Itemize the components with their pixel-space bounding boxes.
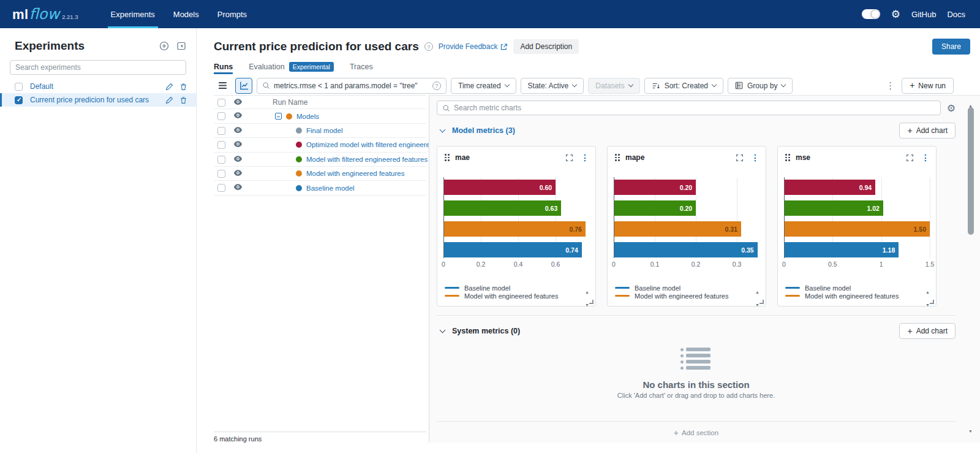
filter-help-icon[interactable] [432, 82, 441, 90]
filter-sort-created[interactable]: Sort: Created [644, 78, 723, 94]
expand-chart-button[interactable] [906, 154, 914, 162]
collapse-group-icon[interactable] [275, 113, 282, 120]
run-name-link[interactable]: Model with filtered engineered features [306, 156, 428, 163]
settings-gear-icon[interactable] [891, 8, 900, 21]
visibility-eye-button[interactable] [233, 140, 243, 148]
run-group-name-link[interactable]: Models [296, 113, 319, 120]
tab-traces[interactable]: Traces [350, 60, 373, 74]
legend-item[interactable]: Baseline model [445, 284, 558, 292]
plus-icon [674, 428, 679, 437]
nav-tab-models[interactable]: Models [164, 0, 208, 28]
visibility-eye-button[interactable] [233, 169, 243, 177]
run-filter-input[interactable] [274, 82, 429, 90]
chart-kebab-menu[interactable] [751, 153, 760, 162]
add-chart-button[interactable]: Add chart [899, 323, 956, 339]
legend-scroll-up-icon[interactable] [585, 285, 589, 296]
section-title[interactable]: Model metrics (3) [452, 126, 515, 135]
chart-resize-handle[interactable] [930, 300, 934, 304]
collapse-section-icon[interactable] [440, 327, 446, 333]
chart-settings-gear-icon[interactable] [947, 102, 956, 114]
edit-pencil-button[interactable] [165, 96, 173, 104]
filter-time-created[interactable]: Time created [451, 78, 516, 94]
visibility-eye-button[interactable] [233, 98, 243, 105]
chart-kebab-menu[interactable] [581, 153, 589, 162]
tab-runs[interactable]: Runs [214, 60, 233, 74]
legend-swatch [785, 287, 800, 289]
section-title[interactable]: System metrics (0) [452, 327, 520, 335]
experiment-checkbox[interactable] [15, 83, 23, 91]
experiment-search-input[interactable] [10, 60, 186, 75]
scroll-down-icon[interactable] [968, 424, 973, 435]
delete-trash-button[interactable] [179, 96, 187, 104]
run-checkbox[interactable] [217, 112, 225, 120]
toolbar-kebab-menu[interactable] [883, 80, 897, 91]
experiment-list-item[interactable]: Default [0, 80, 196, 93]
legend-scroll-down-icon[interactable] [755, 298, 760, 309]
legend-scroll-down-icon[interactable] [925, 298, 930, 309]
experiment-list-item[interactable]: Current price predicion for used cars [0, 93, 196, 107]
chart-resize-handle[interactable] [760, 300, 764, 304]
legend-scroll-up-icon[interactable] [925, 285, 930, 296]
filter-state-active[interactable]: State: Active [521, 78, 584, 94]
drag-handle[interactable] [615, 154, 620, 161]
run-checkbox[interactable] [217, 141, 225, 149]
tab-label: Runs [214, 63, 233, 71]
chart-view-button[interactable] [235, 78, 252, 94]
github-link[interactable]: GitHub [911, 10, 936, 19]
run-checkbox[interactable] [217, 99, 225, 107]
expand-chart-button[interactable] [565, 154, 573, 162]
visibility-eye-button[interactable] [233, 112, 243, 119]
list-view-button[interactable] [214, 78, 231, 94]
visibility-eye-button[interactable] [233, 183, 243, 191]
bar-model-with-filtered-engineered-features: 1.02 [785, 200, 883, 216]
experiment-checkbox[interactable] [15, 96, 23, 104]
theme-toggle[interactable] [862, 9, 880, 19]
drag-handle[interactable] [445, 154, 450, 161]
provide-feedback-link[interactable]: Provide Feedback [439, 42, 508, 51]
collapse-sidebar-icon[interactable] [176, 41, 186, 51]
legend-scroll-up-icon[interactable] [755, 285, 760, 296]
legend-item[interactable]: Baseline model [615, 284, 728, 292]
add-section-button[interactable]: Add section [437, 428, 956, 437]
new-experiment-icon[interactable] [159, 41, 169, 51]
run-checkbox[interactable] [217, 170, 225, 178]
share-button[interactable]: Share [932, 39, 970, 55]
new-run-button[interactable]: New run [902, 78, 954, 94]
experiment-info-icon[interactable] [424, 42, 433, 51]
run-name-link[interactable]: Final model [306, 127, 342, 134]
run-checkbox[interactable] [217, 184, 225, 192]
chart-kebab-menu[interactable] [921, 153, 930, 162]
filter-group-by[interactable]: Group by [728, 78, 793, 94]
legend-item[interactable]: Model with engineered features [615, 292, 728, 300]
drag-handle[interactable] [785, 154, 790, 161]
mlflow-logo[interactable]: mlflow 2.21.3 [12, 6, 78, 23]
experiment-name-link[interactable]: Default [30, 82, 160, 91]
add-chart-button[interactable]: Add chart [899, 123, 956, 139]
nav-tab-prompts[interactable]: Prompts [208, 0, 256, 28]
docs-link[interactable]: Docs [947, 10, 965, 19]
charts-scrollbar[interactable] [967, 99, 975, 435]
chart-resize-handle[interactable] [589, 300, 594, 304]
toggle-knob [871, 10, 880, 18]
legend-item[interactable]: Model with engineered features [445, 292, 558, 300]
run-checkbox[interactable] [217, 127, 225, 135]
nav-tab-experiments[interactable]: Experiments [102, 0, 164, 28]
run-name-link[interactable]: Baseline model [306, 185, 355, 192]
tab-evaluation[interactable]: EvaluationExperimental [249, 60, 334, 74]
visibility-eye-button[interactable] [233, 155, 243, 162]
delete-trash-button[interactable] [179, 83, 187, 91]
expand-chart-button[interactable] [736, 154, 744, 162]
legend-item[interactable]: Model with engineered features [785, 292, 899, 300]
run-checkbox[interactable] [217, 156, 225, 164]
collapse-section-icon[interactable] [440, 126, 446, 132]
legend-item[interactable]: Baseline model [785, 284, 899, 292]
metric-chart-search-input[interactable] [454, 104, 935, 112]
add-description-button[interactable]: Add Description [513, 39, 579, 54]
delete-trash-icon [179, 96, 187, 104]
run-name-link[interactable]: Model with engineered features [306, 170, 404, 177]
edit-pencil-button[interactable] [165, 83, 173, 91]
visibility-eye-button[interactable] [233, 126, 243, 134]
legend-scroll-down-icon[interactable] [585, 298, 589, 309]
experiment-name-link[interactable]: Current price predicion for used cars [30, 96, 160, 104]
scrollbar-thumb[interactable] [968, 107, 974, 235]
